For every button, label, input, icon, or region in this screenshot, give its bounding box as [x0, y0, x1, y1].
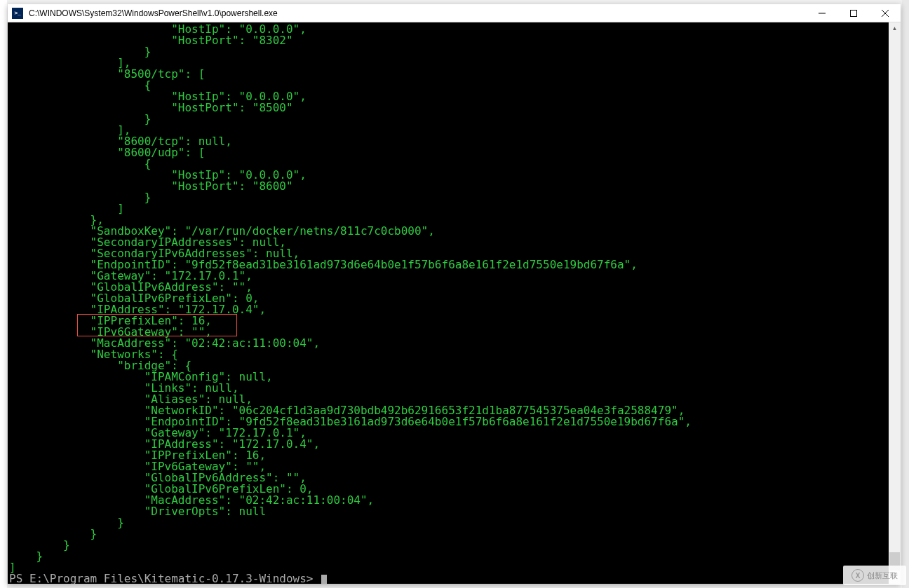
terminal-line: } — [9, 114, 886, 125]
terminal-line: } — [9, 192, 886, 203]
scroll-up-button[interactable]: ▲ — [889, 22, 901, 34]
cursor — [321, 575, 327, 584]
powershell-icon — [12, 8, 23, 19]
terminal-line: } — [9, 528, 886, 540]
watermark-badge: X 创新互联 — [843, 566, 906, 585]
watermark-label: 创新互联 — [867, 570, 898, 581]
background-right-strip — [902, 0, 909, 588]
window-title: C:\WINDOWS\System32\WindowsPowerShell\v1… — [29, 8, 806, 18]
terminal-content[interactable]: "HostIp": "0.0.0.0", "HostPort": "8302" … — [8, 22, 889, 584]
powershell-window: C:\WINDOWS\System32\WindowsPowerShell\v1… — [8, 4, 901, 584]
terminal-area[interactable]: "HostIp": "0.0.0.0", "HostPort": "8302" … — [8, 22, 901, 584]
vertical-scrollbar[interactable]: ▲ ▼ — [889, 22, 901, 584]
window-titlebar[interactable]: C:\WINDOWS\System32\WindowsPowerShell\v1… — [8, 4, 901, 22]
svg-rect-1 — [850, 10, 856, 16]
maximize-button[interactable] — [837, 4, 869, 22]
watermark-logo-icon: X — [851, 569, 864, 582]
window-controls — [806, 4, 901, 22]
terminal-line: } — [9, 551, 886, 562]
background-left-strip — [0, 0, 7, 588]
terminal-line: "DriverOpts": null — [9, 506, 886, 517]
terminal-line: } — [9, 46, 886, 57]
terminal-line: } — [9, 540, 886, 551]
close-button[interactable] — [869, 4, 901, 22]
minimize-button[interactable] — [806, 4, 837, 22]
terminal-line: } — [9, 517, 886, 528]
prompt-line[interactable]: PS E:\Program Files\Kitematic-0.17.3-Win… — [9, 573, 886, 584]
terminal-line: ] — [9, 203, 886, 214]
